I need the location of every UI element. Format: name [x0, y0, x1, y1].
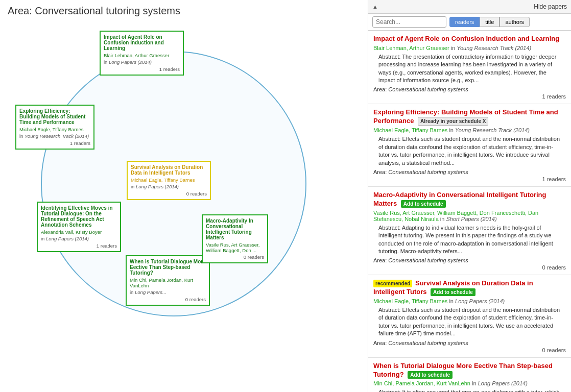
- paper-card-2[interactable]: Exploring Efficiency: Building Models of…: [15, 105, 94, 150]
- card4-readers: 0 readers: [131, 191, 207, 197]
- card4-title: Survival Analysis on Duration Data in In…: [131, 164, 207, 176]
- filter-authors-btn[interactable]: authors: [499, 17, 530, 27]
- entry3-abstract: Abstract: Adapting to individual learner…: [378, 224, 561, 256]
- main-container: Area: Conversational tutoring systems Im…: [0, 0, 571, 392]
- card6-title: Macro-Adaptivity In Conversational Intel…: [206, 218, 264, 240]
- entry5-venue: Long Papers (2014): [478, 380, 528, 386]
- entry4-meta: Michael Eagle, Tiffany Barnes in Long Pa…: [373, 298, 566, 304]
- entry2-meta: Michael Eagle, Tiffany Barnes in Young R…: [373, 127, 566, 133]
- right-panel: ▲ Hide papers readers title authors Impa…: [368, 0, 571, 392]
- entry2-area: Area: Conversational tutoring systems: [373, 169, 566, 175]
- entry2-abstract: Abstract: Effects such as student dropou…: [378, 135, 561, 167]
- card3-readers: 1 readers: [41, 243, 117, 249]
- card2-readers: 1 readers: [19, 140, 90, 146]
- filter-title-btn[interactable]: title: [480, 17, 499, 27]
- entry3-venue: Short Papers (2014): [446, 216, 496, 222]
- search-bar-row: readers title authors: [368, 14, 571, 31]
- right-header: ▲ Hide papers: [368, 0, 571, 14]
- recommended-badge-4: recommended: [373, 280, 412, 287]
- card2-authors: Michael Eagle, Tiffany Barnes: [19, 127, 90, 132]
- card4-venue: in Long Papers (2014): [131, 184, 207, 189]
- area-title: Area: Conversational tutoring systems: [0, 0, 368, 22]
- paper-entry-4: recommended Survival Analysis on Duratio…: [368, 275, 571, 357]
- paper-card-6[interactable]: Macro-Adaptivity In Conversational Intel…: [202, 214, 268, 263]
- card1-title: Impact of Agent Role on Confusion Induct…: [104, 34, 180, 51]
- entry5-title[interactable]: When is Tutorial Dialogue More Eective T…: [373, 362, 566, 379]
- card4-authors: Michael Eagle, Tiffany Barnes: [131, 177, 207, 183]
- paper-entry-1: Impact of Agent Role on Confusion Induct…: [368, 31, 571, 104]
- entry1-meta: Blair Lehman, Arthur Graesser in Young R…: [373, 45, 566, 51]
- paper-card-3[interactable]: Identifying Effective Moves in Tutorial …: [37, 202, 121, 252]
- search-input[interactable]: [372, 16, 446, 28]
- entry2-authors: Michael Eagle, Tiffany Barnes: [373, 127, 447, 133]
- entry1-title[interactable]: Impact of Agent Role on Confusion Induct…: [373, 35, 566, 43]
- entry3-title[interactable]: Macro-Adaptivity in Conversational Intel…: [373, 191, 566, 208]
- circle-area: Impact of Agent Role on Confusion Induct…: [0, 23, 368, 390]
- entry2-title[interactable]: Exploring Efficiency: Building Models of…: [373, 108, 566, 126]
- filter-readers-btn[interactable]: readers: [449, 17, 480, 27]
- entry5-meta: Min Chi, Pamela Jordan, Kurt VanLehn in …: [373, 380, 566, 386]
- paper-entry-3: Macro-Adaptivity in Conversational Intel…: [368, 187, 571, 275]
- card5-authors: Min Chi, Pamela Jordan, Kurt VanLehn: [130, 277, 206, 288]
- card6-readers: 0 readers: [206, 254, 264, 260]
- entry3-area: Area: Conversational tutoring systems: [373, 257, 566, 263]
- entry4-area: Area: Conversational tutoring systems: [373, 340, 566, 346]
- card3-title: Identifying Effective Moves in Tutorial …: [41, 205, 117, 228]
- paper-entry-2: Exploring Efficiency: Building Models of…: [368, 104, 571, 187]
- entry4-authors: Michael Eagle, Tiffany Barnes: [373, 298, 447, 304]
- paper-card-4[interactable]: Survival Analysis on Duration Data in In…: [127, 161, 211, 200]
- entry4-venue: Long Papers (2014): [455, 298, 505, 304]
- card5-title: When is Tutorial Dialogue More Eective T…: [130, 259, 206, 276]
- add-schedule-btn-4[interactable]: Add to schedule: [431, 288, 475, 296]
- entry1-venue: Young Research Track (2014): [457, 45, 531, 51]
- filter-btn-group: readers title authors: [449, 17, 530, 27]
- entry5-abstract: Abstract: It is often assumed that one-o…: [378, 388, 561, 392]
- card3-venue: in Long Papers (2014): [41, 236, 117, 241]
- hide-papers-button[interactable]: Hide papers: [534, 3, 567, 10]
- entry1-readers: 1 readers: [373, 93, 566, 100]
- left-panel: Area: Conversational tutoring systems Im…: [0, 0, 368, 392]
- card6-authors: Vasile Rus, Art Graesser, William Bagget…: [206, 242, 264, 253]
- entry3-readers: 0 readers: [373, 264, 566, 271]
- entry2-venue: Young Research Track (2014): [455, 127, 530, 133]
- paper-card-5[interactable]: When is Tutorial Dialogue More Eective T…: [126, 255, 210, 306]
- already-in-schedule-badge[interactable]: Already in your schedule X: [418, 117, 488, 126]
- card1-authors: Blair Lehman, Arthur Graesser: [104, 53, 180, 58]
- paper-entry-5: When is Tutorial Dialogue More Eective T…: [368, 358, 571, 392]
- card5-readers: 0 readers: [130, 297, 206, 302]
- entry5-authors: Min Chi, Pamela Jordan, Kurt VanLehn: [373, 380, 470, 386]
- card1-readers: 1 readers: [104, 66, 180, 72]
- card5-venue: in Long Papers...: [130, 289, 206, 295]
- card1-venue: in Long Papers (2014): [104, 59, 180, 65]
- papers-list: Impact of Agent Role on Confusion Induct…: [368, 31, 571, 392]
- entry4-title[interactable]: recommended Survival Analysis on Duratio…: [373, 279, 566, 297]
- card2-title: Exploring Efficiency: Building Models of…: [19, 108, 90, 125]
- card3-authors: Alexandria Vail, Kristy Boyer: [41, 229, 117, 235]
- paper-card-1[interactable]: Impact of Agent Role on Confusion Induct…: [100, 31, 184, 76]
- entry1-area: Area: Conversational tutoring systems: [373, 86, 566, 92]
- card2-venue: in Young Research Track (2014): [19, 133, 90, 139]
- entry2-readers: 1 readers: [373, 176, 566, 182]
- entry4-abstract: Abstract: Effects such as student dropou…: [378, 306, 561, 338]
- entry4-readers: 0 readers: [373, 347, 566, 353]
- entry1-authors: Blair Lehman, Arthur Graesser: [373, 45, 449, 51]
- add-schedule-btn-3[interactable]: Add to schedule: [401, 200, 446, 208]
- entry1-abstract: Abstract: The presentation of contradict…: [378, 53, 561, 85]
- entry3-meta: Vasile Rus, Art Graesser, William Bagget…: [373, 210, 566, 222]
- add-schedule-btn-5[interactable]: Add to schedule: [408, 371, 453, 379]
